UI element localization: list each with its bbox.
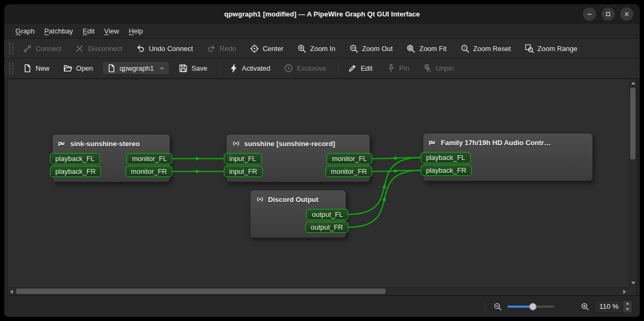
unpin-label: Unpin	[436, 64, 454, 72]
zoom-reset-button[interactable]: Zoom Reset	[456, 41, 516, 56]
port-output_FL[interactable]: output_FL	[306, 209, 348, 220]
minimize-button[interactable]	[583, 7, 596, 21]
patchbay-toolbar: NewOpenqpwgraph1SaveActivatedExclusiveEd…	[4, 58, 640, 79]
graph-toolbar: ConnectDisconnectUndo ConnectRedoCenterZ…	[4, 39, 640, 58]
zoom-reset-icon	[461, 44, 470, 53]
port-playback_FR[interactable]: playback_FR	[421, 165, 472, 176]
titlebar[interactable]: qpwgraph1 [modified] — A PipeWire Graph …	[4, 4, 640, 24]
connect-label: Connect	[36, 45, 61, 53]
center-button[interactable]: Center	[245, 41, 288, 56]
node-title-text: Family 17h/19h HD Audio Contr…	[441, 139, 551, 147]
undo-connect-button[interactable]: Undo Connect	[131, 41, 198, 56]
horizontal-scrollbar[interactable]	[7, 287, 629, 295]
menu-help[interactable]: Help	[124, 24, 148, 38]
disconnect-icon	[75, 44, 84, 53]
menu-graph[interactable]: Graph	[11, 24, 39, 38]
activated-button[interactable]: Activated	[224, 61, 275, 75]
save-button[interactable]: Save	[174, 61, 212, 75]
scroll-left-button[interactable]	[7, 288, 15, 295]
zoom-spinbox[interactable]: 110 %	[595, 300, 632, 313]
zoom-fit-button[interactable]: Zoom Fit	[402, 41, 451, 56]
scroll-right-button[interactable]	[621, 288, 629, 295]
new-icon	[23, 64, 32, 73]
port-playback_FL[interactable]: playback_FL	[50, 153, 100, 164]
edit-icon	[348, 64, 357, 73]
connection-arrow	[196, 170, 201, 173]
port-playback_FL[interactable]: playback_FL	[421, 152, 471, 163]
pin-button[interactable]: Pin	[382, 61, 414, 75]
redo-label: Redo	[220, 45, 236, 53]
port-monitor_FL[interactable]: monitor_FL	[127, 153, 172, 164]
zoom-in-icon	[297, 44, 306, 53]
open-button[interactable]: Open	[58, 61, 98, 75]
port-monitor_FL[interactable]: monitor_FL	[327, 153, 372, 164]
patchbay-file-label: qpwgraph1	[120, 64, 154, 72]
disconnect-button[interactable]: Disconnect	[70, 41, 127, 56]
vertical-scrollbar[interactable]	[629, 79, 637, 287]
center-label: Center	[263, 45, 283, 53]
port-playback_FR[interactable]: playback_FR	[50, 166, 101, 177]
save-label: Save	[191, 64, 207, 72]
spin-up-button[interactable]	[623, 301, 632, 307]
zoom-range-label: Zoom Range	[538, 45, 578, 53]
connect-button[interactable]: Connect	[18, 41, 66, 56]
node-family-hd-audio[interactable]: pwFamily 17h/19h HD Audio Contr…playback…	[423, 133, 593, 181]
toolbar-handle[interactable]	[9, 43, 13, 54]
port-input_FR[interactable]: input_FR	[224, 166, 263, 177]
exclusive-button[interactable]: Exclusive	[279, 61, 331, 75]
node-sink-sunshine-stereo[interactable]: pwsink-sunshine-stereoplayback_FLplaybac…	[52, 134, 170, 182]
window-controls	[583, 7, 633, 21]
port-monitor_FR[interactable]: monitor_FR	[325, 166, 372, 177]
port-monitor_FR[interactable]: monitor_FR	[126, 166, 172, 177]
connect-icon	[23, 44, 32, 53]
zoom-slider[interactable]	[507, 302, 554, 311]
zoom-out-icon[interactable]	[494, 302, 502, 311]
zoom-reset-label: Zoom Reset	[473, 45, 511, 53]
zoom-slider-handle[interactable]	[529, 303, 537, 310]
node-sunshine[interactable]: sunshine [sunshine-record]input_FLinput_…	[226, 134, 370, 182]
toolbar-separator	[220, 62, 220, 75]
patchbay-file-combo[interactable]: qpwgraph1	[102, 62, 170, 75]
zoom-out-icon	[349, 44, 358, 53]
edit-button[interactable]: Edit	[343, 61, 377, 75]
zoom-range-button[interactable]: Zoom Range	[520, 41, 582, 56]
maximize-icon	[605, 11, 612, 18]
zoom-spin-buttons	[623, 301, 632, 312]
new-button[interactable]: New	[18, 61, 54, 75]
statusbar-separator	[484, 301, 485, 312]
toolbar-handle[interactable]	[9, 63, 13, 74]
scroll-down-button[interactable]	[629, 279, 637, 287]
horizontal-scroll-thumb[interactable]	[16, 289, 386, 294]
spin-down-button[interactable]	[623, 307, 632, 312]
open-label: Open	[76, 64, 93, 72]
node-discord-output[interactable]: Discord Outputoutput_FLoutput_FR	[250, 190, 346, 238]
scroll-up-button[interactable]	[629, 79, 637, 87]
zoom-in-button[interactable]: Zoom In	[292, 41, 340, 56]
undo-icon	[136, 44, 145, 53]
record-icon	[232, 139, 240, 148]
port-output_FR[interactable]: output_FR	[305, 222, 348, 233]
zoom-in-icon[interactable]	[581, 302, 589, 311]
zoom-fit-icon	[406, 44, 415, 53]
close-button[interactable]	[620, 7, 633, 21]
menu-edit[interactable]: Edit	[78, 24, 99, 38]
unpin-button[interactable]: Unpin	[418, 61, 458, 75]
menu-view[interactable]: View	[99, 24, 124, 38]
connection-wire[interactable]	[372, 158, 421, 159]
graph-canvas[interactable]: pwsink-sunshine-stereoplayback_FLplaybac…	[7, 79, 629, 287]
connection-wire[interactable]	[372, 171, 421, 172]
maximize-button[interactable]	[601, 7, 615, 21]
port-input_FL[interactable]: input_FL	[224, 153, 262, 164]
node-title: pwsink-sunshine-stereo	[53, 134, 170, 152]
center-icon	[250, 44, 259, 53]
zoom-out-button[interactable]: Zoom Out	[345, 41, 398, 56]
redo-button[interactable]: Redo	[202, 41, 241, 56]
vertical-scroll-thumb[interactable]	[630, 88, 635, 159]
exclusive-icon	[284, 64, 293, 73]
disconnect-label: Disconnect	[88, 45, 122, 53]
chevron-down-icon	[159, 65, 165, 71]
undo-connect-label: Undo Connect	[149, 45, 193, 53]
record-icon	[256, 195, 264, 204]
app-window: qpwgraph1 [modified] — A PipeWire Graph …	[4, 4, 640, 317]
menu-patchbay[interactable]: Patchbay	[39, 24, 78, 38]
